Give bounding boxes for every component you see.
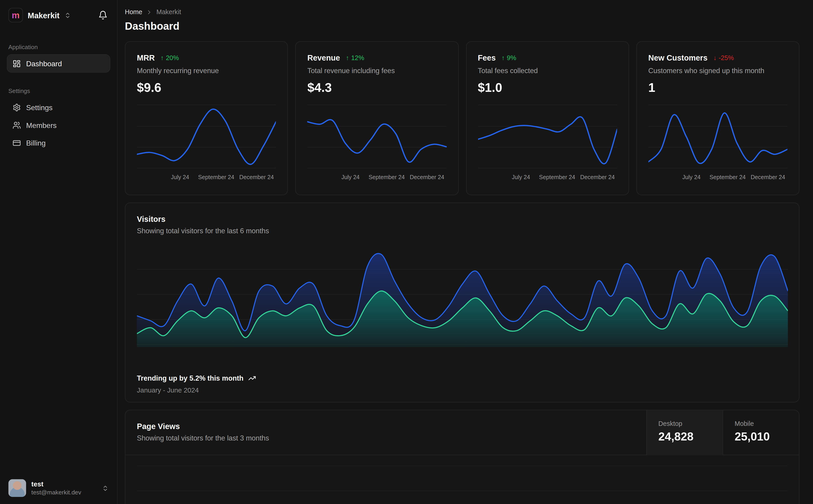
trend-badge: ↑12% bbox=[346, 54, 364, 61]
sparkline-path bbox=[307, 120, 446, 162]
arrow-up-icon: ↑ bbox=[160, 54, 164, 61]
stat-title: Revenue bbox=[307, 53, 340, 62]
x-tick: July 24 bbox=[512, 174, 530, 180]
sparkline-x-axis: July 24 September 24 December 24 bbox=[137, 174, 276, 181]
breadcrumb-current: Makerkit bbox=[156, 8, 181, 16]
stat-value: $4.3 bbox=[307, 80, 446, 95]
chevron-right-icon bbox=[146, 9, 153, 16]
main-content: Home Makerkit Dashboard MRR ↑20% Monthly… bbox=[117, 0, 813, 504]
sidebar-nav-application: Dashboard bbox=[7, 55, 110, 72]
tab-value: 25,010 bbox=[735, 430, 799, 444]
visitors-subtitle: Showing total visitors for the last 6 mo… bbox=[137, 227, 787, 235]
page-views-card: Page Views Showing total visitors for th… bbox=[125, 410, 800, 504]
arrow-up-icon: ↑ bbox=[346, 54, 349, 61]
x-tick: December 24 bbox=[580, 174, 615, 180]
sidebar-section-settings: Settings bbox=[8, 88, 109, 94]
sparkline-chart bbox=[478, 103, 617, 170]
visitors-card: Visitors Showing total visitors for the … bbox=[125, 202, 800, 402]
sparkline-x-axis: July 24 September 24 December 24 bbox=[478, 174, 617, 181]
page-views-header: Page Views Showing total visitors for th… bbox=[125, 410, 799, 455]
sparkline-chart bbox=[307, 103, 446, 170]
team-switcher[interactable]: m Makerkit bbox=[7, 7, 72, 24]
visitors-trend-text: Trending up by 5.2% this month bbox=[137, 374, 244, 382]
trending-up-icon bbox=[248, 374, 256, 382]
sparkline-chart bbox=[137, 103, 276, 170]
page-views-bar-chart bbox=[137, 460, 787, 504]
bell-icon bbox=[98, 11, 108, 20]
visitors-date-range: January - June 2024 bbox=[137, 386, 199, 394]
sidebar-item-label: Members bbox=[26, 121, 56, 129]
arrow-down-icon: ↓ bbox=[713, 54, 717, 61]
chevrons-up-down-icon bbox=[64, 12, 71, 19]
page-views-tabs: Desktop 24,828 Mobile 25,010 bbox=[646, 410, 799, 455]
sidebar-header: m Makerkit bbox=[7, 6, 110, 24]
chevrons-up-down-icon bbox=[102, 485, 109, 491]
stat-title: Fees bbox=[478, 53, 496, 62]
tab-mobile[interactable]: Mobile 25,010 bbox=[723, 410, 799, 455]
stat-cards-row: MRR ↑20% Monthly recurring revenue $9.6 … bbox=[125, 41, 800, 195]
stat-title: New Customers bbox=[648, 53, 708, 62]
page-views-subtitle: Showing total visitors for the last 3 mo… bbox=[137, 434, 269, 442]
user-menu[interactable]: test test@makerkit.dev bbox=[5, 476, 112, 500]
sparkline-chart bbox=[648, 103, 787, 170]
team-name: Makerkit bbox=[28, 11, 59, 20]
sparkline-path bbox=[478, 117, 617, 164]
stat-card-mrr: MRR ↑20% Monthly recurring revenue $9.6 … bbox=[125, 41, 288, 195]
user-email: test@makerkit.dev bbox=[31, 488, 81, 496]
trend-value: 12% bbox=[351, 54, 364, 61]
sidebar-item-label: Dashboard bbox=[26, 59, 62, 68]
trend-badge: ↑20% bbox=[160, 54, 179, 61]
sparkline-path bbox=[648, 113, 787, 163]
credit-card-icon bbox=[13, 139, 21, 147]
x-tick: July 24 bbox=[682, 174, 701, 180]
sidebar-item-dashboard[interactable]: Dashboard bbox=[7, 55, 110, 72]
x-tick: September 24 bbox=[710, 174, 746, 180]
tab-value: 24,828 bbox=[659, 430, 723, 444]
tab-label: Mobile bbox=[735, 420, 799, 427]
stat-title: MRR bbox=[137, 53, 155, 62]
gear-icon bbox=[13, 103, 21, 111]
breadcrumb: Home Makerkit bbox=[125, 8, 800, 16]
visitors-area-chart bbox=[137, 245, 788, 347]
sidebar: m Makerkit Application Dashboard Setting… bbox=[0, 0, 117, 504]
bars-container bbox=[137, 460, 787, 504]
stat-value: $9.6 bbox=[137, 80, 276, 95]
stat-card-revenue: Revenue ↑12% Total revenue including fee… bbox=[295, 41, 458, 195]
sidebar-item-label: Settings bbox=[26, 103, 53, 111]
x-tick: July 24 bbox=[171, 174, 189, 180]
x-tick: July 24 bbox=[341, 174, 360, 180]
breadcrumb-home[interactable]: Home bbox=[125, 8, 142, 16]
tab-label: Desktop bbox=[659, 420, 723, 427]
stat-value: $1.0 bbox=[478, 80, 617, 95]
stat-subtitle: Total revenue including fees bbox=[307, 67, 446, 74]
x-tick: September 24 bbox=[539, 174, 575, 180]
trend-value: -25% bbox=[719, 54, 734, 61]
sidebar-item-billing[interactable]: Billing bbox=[7, 134, 110, 151]
tab-desktop[interactable]: Desktop 24,828 bbox=[646, 410, 723, 455]
trend-badge: ↓-25% bbox=[713, 54, 734, 61]
sidebar-item-members[interactable]: Members bbox=[7, 116, 110, 133]
x-tick: September 24 bbox=[369, 174, 405, 180]
trend-value: 20% bbox=[166, 54, 179, 61]
user-meta: test test@makerkit.dev bbox=[31, 480, 81, 496]
notifications-button[interactable] bbox=[96, 8, 109, 22]
stat-subtitle: Customers who signed up this month bbox=[648, 67, 787, 74]
layout-dashboard-icon bbox=[13, 59, 21, 68]
x-tick: September 24 bbox=[198, 174, 234, 180]
stat-value: 1 bbox=[648, 80, 787, 95]
sparkline-x-axis: July 24 September 24 December 24 bbox=[307, 174, 446, 181]
users-icon bbox=[13, 121, 21, 129]
stat-subtitle: Total fees collected bbox=[478, 67, 617, 74]
stat-card-fees: Fees ↑9% Total fees collected $1.0 July … bbox=[466, 41, 629, 195]
trend-value: 9% bbox=[507, 54, 516, 61]
visitors-title: Visitors bbox=[137, 215, 787, 223]
sidebar-section-application: Application bbox=[8, 44, 109, 50]
x-tick: December 24 bbox=[239, 174, 274, 180]
svg-text:m: m bbox=[12, 10, 20, 20]
sidebar-nav-settings: Settings Members Billing bbox=[7, 99, 110, 151]
x-tick: December 24 bbox=[410, 174, 444, 180]
stat-card-new-customers: New Customers ↓-25% Customers who signed… bbox=[636, 41, 799, 195]
x-tick: December 24 bbox=[751, 174, 785, 180]
makerkit-logo-icon: m bbox=[8, 8, 23, 22]
sidebar-item-settings[interactable]: Settings bbox=[7, 99, 110, 116]
